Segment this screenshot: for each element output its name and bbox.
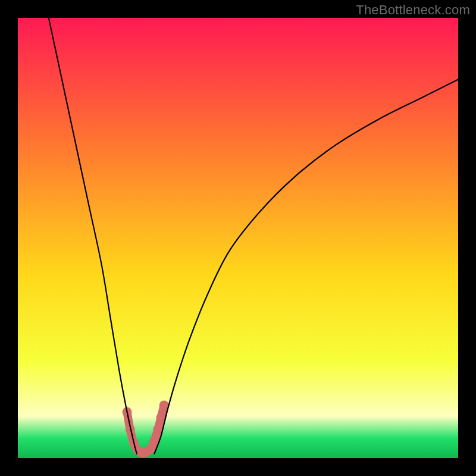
watermark-text: TheBottleneck.com — [356, 2, 470, 18]
chart-stage: TheBottleneck.com — [0, 0, 476, 476]
bottleneck-curve-chart — [0, 0, 476, 476]
